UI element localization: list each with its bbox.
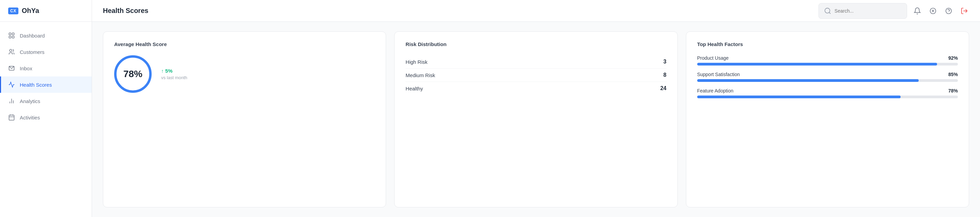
sidebar-item-analytics-label: Analytics <box>20 98 40 104</box>
risk-label: High Risk <box>406 59 427 65</box>
top-health-factors-card: Top Health Factors Product Usage 92% Sup… <box>686 31 969 207</box>
svg-line-14 <box>829 12 830 14</box>
sidebar-nav: Dashboard Customers Inbox <box>0 22 92 217</box>
sidebar-item-health-scores[interactable]: Health Scores <box>0 77 92 93</box>
sidebar-item-inbox[interactable]: Inbox <box>0 60 92 77</box>
progress-bar-background <box>697 63 958 65</box>
avg-health-title: Average Health Score <box>114 41 375 47</box>
inbox-icon <box>8 65 15 72</box>
activities-icon <box>8 114 15 121</box>
risk-count: 3 <box>663 59 667 65</box>
table-row: Medium Risk 8 <box>406 69 666 82</box>
sidebar-logo: CX OhYa <box>0 0 92 22</box>
sidebar-item-activities[interactable]: Activities <box>0 109 92 126</box>
logout-icon[interactable] <box>959 6 969 16</box>
risk-count: 8 <box>663 72 667 78</box>
factor-name: Feature Adoption <box>697 88 733 94</box>
list-item: Support Satisfaction 85% <box>697 72 958 82</box>
svg-rect-2 <box>9 36 11 38</box>
health-scores-icon <box>8 81 15 88</box>
notification-icon[interactable] <box>913 6 922 16</box>
sidebar-item-health-scores-label: Health Scores <box>20 82 52 88</box>
score-meta: ↑ 5% vs last month <box>161 68 188 80</box>
factor-name: Support Satisfaction <box>697 72 740 77</box>
average-health-score-card: Average Health Score 78% ↑ 5% vs last mo… <box>103 31 386 207</box>
dashboard-icon <box>8 32 15 39</box>
svg-rect-0 <box>9 33 11 35</box>
score-vs-label: vs last month <box>161 75 188 80</box>
factor-header: Product Usage 92% <box>697 55 958 61</box>
list-item: Product Usage 92% <box>697 55 958 65</box>
main-content: Health Scores <box>92 0 980 217</box>
list-item: Feature Adoption 78% <box>697 88 958 98</box>
progress-bar-background <box>697 96 958 98</box>
sidebar-item-analytics[interactable]: Analytics <box>0 93 92 109</box>
risk-count: 24 <box>660 85 667 91</box>
health-score-content: 78% ↑ 5% vs last month <box>114 55 375 93</box>
svg-point-13 <box>825 8 830 13</box>
progress-bar-fill <box>697 63 937 65</box>
score-value: 78% <box>123 69 142 80</box>
svg-rect-1 <box>12 33 14 35</box>
add-icon[interactable] <box>928 6 938 16</box>
factor-pct: 85% <box>948 72 958 77</box>
sidebar-item-dashboard-label: Dashboard <box>20 33 45 38</box>
svg-rect-3 <box>12 36 14 38</box>
search-box[interactable] <box>818 3 907 19</box>
factor-header: Feature Adoption 78% <box>697 88 958 94</box>
content-area: Average Health Score 78% ↑ 5% vs last mo… <box>92 22 980 217</box>
score-change: ↑ 5% <box>161 68 188 74</box>
progress-bar-fill <box>697 96 900 98</box>
topbar: Health Scores <box>92 0 980 22</box>
progress-bar-fill <box>697 79 919 82</box>
score-circle: 78% <box>114 55 152 93</box>
top-factors-title: Top Health Factors <box>697 41 958 47</box>
search-icon <box>824 6 832 16</box>
risk-label: Medium Risk <box>406 72 435 78</box>
sidebar: CX OhYa Dashboard <box>0 0 92 217</box>
sidebar-item-activities-label: Activities <box>20 115 40 120</box>
app-name: OhYa <box>22 7 39 15</box>
customers-icon <box>8 48 15 55</box>
sidebar-item-customers[interactable]: Customers <box>0 44 92 60</box>
sidebar-item-inbox-label: Inbox <box>20 65 32 71</box>
cards-row: Average Health Score 78% ↑ 5% vs last mo… <box>103 31 969 207</box>
page-title: Health Scores <box>103 7 813 15</box>
table-row: Healthy 24 <box>406 82 666 95</box>
factor-header: Support Satisfaction 85% <box>697 72 958 77</box>
risk-distribution-title: Risk Distribution <box>406 41 666 47</box>
table-row: High Risk 3 <box>406 55 666 69</box>
search-input[interactable] <box>835 8 902 14</box>
progress-bar-background <box>697 79 958 82</box>
risk-distribution-card: Risk Distribution High Risk 3 Medium Ris… <box>394 31 678 207</box>
factor-pct: 92% <box>948 55 958 61</box>
sidebar-item-customers-label: Customers <box>20 49 45 55</box>
factor-name: Product Usage <box>697 55 729 61</box>
help-icon[interactable] <box>944 6 953 16</box>
svg-point-4 <box>10 49 12 52</box>
risk-table: High Risk 3 Medium Risk 8 Healthy 24 <box>406 55 666 95</box>
factors-list: Product Usage 92% Support Satisfaction 8… <box>697 55 958 98</box>
analytics-icon <box>8 97 15 104</box>
svg-rect-9 <box>9 115 14 120</box>
risk-label: Healthy <box>406 86 423 91</box>
topbar-actions <box>913 6 969 16</box>
svg-point-18 <box>946 8 952 14</box>
sidebar-item-dashboard[interactable]: Dashboard <box>0 27 92 44</box>
factor-pct: 78% <box>948 88 958 94</box>
logo-badge: CX <box>8 8 18 14</box>
